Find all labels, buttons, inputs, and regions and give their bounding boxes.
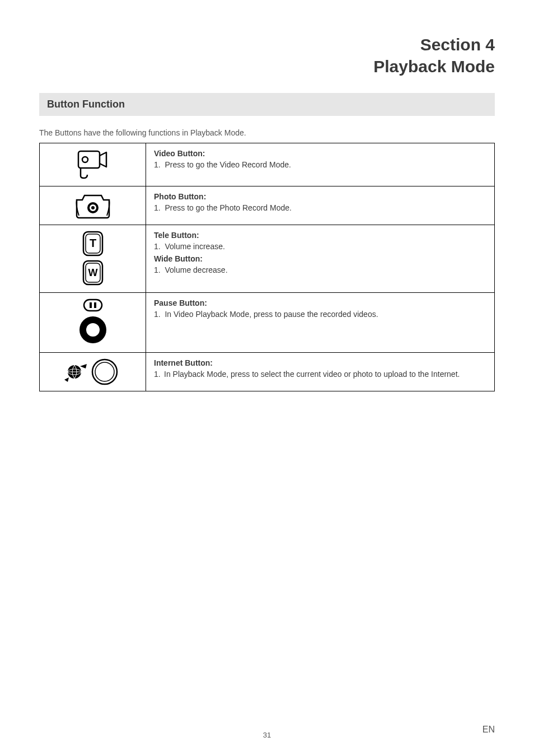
list-item: 1. Press to go the Photo Record Mode. — [154, 203, 486, 212]
table-row: T W Tele Button: 1. Volume increase. Wid… — [40, 225, 495, 293]
desc-cell: Tele Button: 1. Volume increase. Wide Bu… — [146, 225, 495, 293]
video-camera-icon — [77, 148, 109, 181]
intro-text: The Buttons have the following functions… — [39, 128, 495, 137]
heading: Tele Button: — [154, 231, 486, 240]
desc-cell: Photo Button: 1. Press to go the Photo R… — [146, 186, 495, 225]
heading: Pause Button: — [154, 298, 486, 307]
heading: Wide Button: — [154, 254, 486, 263]
title-line: Playback Mode — [373, 57, 495, 76]
svg-point-3 — [91, 206, 95, 209]
icon-cell — [40, 293, 146, 353]
page-number: 31 — [0, 731, 534, 739]
item-text: In Video Playback Mode, press to pause t… — [165, 310, 378, 319]
item-text: Press to go the Video Record Mode. — [165, 160, 291, 169]
list-item: 1. In Playback Mode, press to select the… — [154, 370, 486, 379]
icon-cell: T W — [40, 225, 146, 293]
icon-cell — [40, 353, 146, 391]
heading: Video Button: — [154, 149, 486, 158]
desc-cell: Pause Button: 1. In Video Playback Mode,… — [146, 293, 495, 353]
buttons-table: Video Button: 1. Press to go the Video R… — [39, 143, 495, 391]
list-item: 1. Volume increase. — [154, 242, 486, 251]
item-no: 1. — [154, 370, 164, 379]
table-row: Photo Button: 1. Press to go the Photo R… — [40, 186, 495, 225]
page: Section 4 Playback Mode Button Function … — [0, 0, 534, 756]
icon-cell — [40, 143, 146, 186]
item-no: 1. — [154, 203, 161, 212]
heading: Internet Button: — [154, 358, 486, 367]
icon-cell — [40, 186, 146, 225]
desc-cell: Video Button: 1. Press to go the Video R… — [146, 143, 495, 186]
pause-record-icon — [77, 297, 109, 348]
item-text: Press to go the Photo Record Mode. — [165, 203, 291, 212]
heading: Photo Button: — [154, 192, 486, 201]
table-row: Internet Button: 1. In Playback Mode, pr… — [40, 353, 495, 391]
item-no: 1. — [154, 310, 161, 319]
svg-point-16 — [95, 362, 114, 381]
table-row: Pause Button: 1. In Video Playback Mode,… — [40, 293, 495, 353]
photo-camera-icon — [74, 191, 111, 220]
svg-rect-12 — [94, 302, 96, 308]
item-no: 1. — [154, 160, 161, 169]
svg-point-14 — [86, 323, 100, 337]
subheading: Button Function — [39, 93, 495, 116]
item-no: 1. — [154, 242, 161, 251]
svg-text:T: T — [89, 237, 96, 249]
list-item: 1. In Video Playback Mode, press to paus… — [154, 310, 486, 319]
desc-cell: Internet Button: 1. In Playback Mode, pr… — [146, 353, 495, 391]
lang-code: EN — [483, 725, 495, 735]
tele-wide-icon: T W — [80, 230, 106, 288]
svg-rect-10 — [84, 300, 102, 311]
section-line: Section 4 — [420, 35, 495, 54]
svg-point-15 — [92, 360, 117, 384]
item-text: Volume increase. — [165, 242, 224, 251]
internet-icon — [62, 357, 124, 386]
table-row: Video Button: 1. Press to go the Video R… — [40, 143, 495, 186]
item-text: Volume decrease. — [165, 265, 227, 274]
item-no: 1. — [154, 265, 161, 274]
item-text: In Playback Mode, press to select the cu… — [164, 370, 460, 379]
title-block: Section 4 Playback Mode — [39, 34, 495, 77]
svg-rect-11 — [90, 302, 92, 308]
list-item: 1. Volume decrease. — [154, 265, 486, 274]
list-item: 1. Press to go the Video Record Mode. — [154, 160, 486, 169]
svg-point-0 — [82, 157, 88, 162]
svg-text:W: W — [88, 267, 97, 278]
